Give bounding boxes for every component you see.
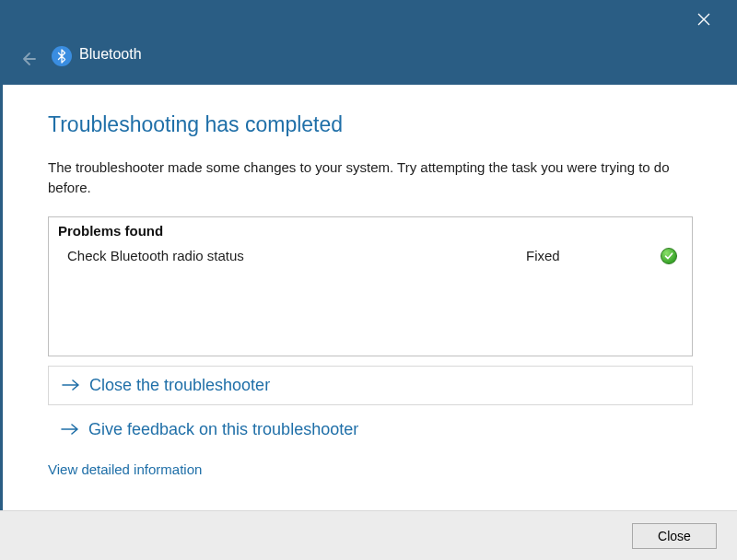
view-detailed-information-link[interactable]: View detailed information bbox=[48, 461, 202, 477]
problem-row: Check Bluetooth radio status Fixed bbox=[49, 242, 692, 270]
dialog-footer: Close bbox=[0, 510, 737, 560]
arrow-right-icon bbox=[61, 423, 79, 436]
app-title: Bluetooth bbox=[79, 46, 142, 63]
titlebar: Bluetooth bbox=[0, 0, 737, 85]
problem-description: Check Bluetooth radio status bbox=[67, 248, 526, 263]
problems-found-header: Problems found bbox=[49, 217, 692, 242]
arrow-right-icon bbox=[62, 379, 80, 391]
close-button[interactable]: Close bbox=[632, 523, 717, 549]
back-button[interactable] bbox=[17, 48, 39, 70]
give-feedback-option[interactable]: Give feedback on this troubleshooter bbox=[48, 418, 693, 441]
close-troubleshooter-label: Close the troubleshooter bbox=[89, 376, 270, 395]
page-description: The troubleshooter made some changes to … bbox=[48, 158, 693, 198]
page-title: Troubleshooting has completed bbox=[48, 112, 693, 137]
back-arrow-icon bbox=[19, 51, 36, 67]
content-area: Troubleshooting has completed The troubl… bbox=[0, 85, 737, 478]
problem-status: Fixed bbox=[526, 248, 655, 263]
problems-found-box: Problems found Check Bluetooth radio sta… bbox=[48, 216, 693, 356]
give-feedback-label: Give feedback on this troubleshooter bbox=[88, 420, 358, 439]
fixed-check-icon bbox=[661, 248, 677, 264]
problem-status-icon-wrap bbox=[655, 248, 677, 264]
close-troubleshooter-option[interactable]: Close the troubleshooter bbox=[48, 366, 693, 405]
bluetooth-icon bbox=[52, 46, 72, 66]
window-border-left bbox=[0, 85, 3, 510]
close-icon bbox=[697, 13, 710, 26]
window-close-button[interactable] bbox=[684, 6, 724, 33]
